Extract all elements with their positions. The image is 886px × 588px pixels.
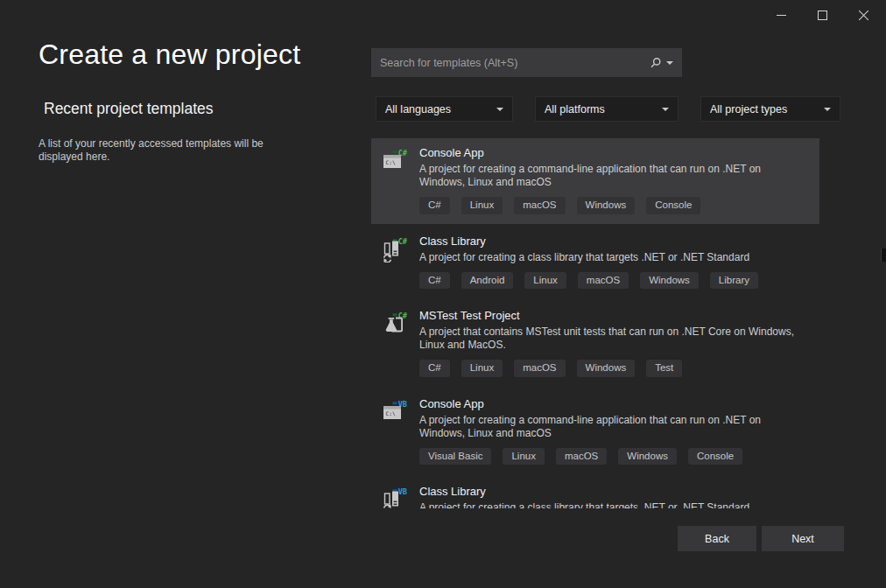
template-name: Class Library [419,234,758,248]
class-library-vb-icon: VB [382,486,408,508]
class-library-csharp-icon: C# [382,236,408,262]
platform-filter-dropdown[interactable]: All platforms [535,96,679,122]
page-title: Create a new project [39,38,300,71]
template-tag[interactable]: C# [419,272,450,290]
template-tag[interactable]: Windows [618,448,677,466]
template-tag[interactable]: macOS [556,448,607,466]
language-filter-dropdown[interactable]: All languages [376,96,513,122]
template-description: A project for creating a class library t… [419,251,758,264]
platform-filter-value: All platforms [545,103,605,116]
template-tag[interactable]: macOS [514,197,565,214]
close-button[interactable] [843,0,884,30]
template-tag[interactable]: Visual Basic [419,448,491,466]
close-icon [858,10,869,21]
console-app-vb-icon: VBC:\ [382,399,408,425]
titlebar-controls [761,0,884,30]
template-name: MSTest Test Project [419,309,809,322]
template-description: A project for creating a command-line ap… [419,163,809,189]
svg-text:C#: C# [398,236,408,245]
template-name: Console App [419,397,809,410]
template-list-item[interactable]: VBC:\ Console App A project for creating… [371,389,819,475]
template-tag[interactable]: C# [419,197,450,214]
template-body: Console App A project for creating a com… [419,146,809,214]
template-body: Class Library A project for creating a c… [419,485,800,508]
svg-text:C:\: C:\ [386,159,396,165]
template-tag[interactable]: macOS [578,272,629,290]
template-tag[interactable]: Windows [577,360,636,377]
create-new-project-dialog: Create a new project Recent project temp… [0,0,886,588]
search-input[interactable] [380,57,650,69]
template-description: A project that contains MSTest unit test… [419,326,809,352]
project-type-filter-dropdown[interactable]: All project types [700,96,840,122]
language-filter-value: All languages [385,103,451,116]
svg-text:VB: VB [398,487,407,496]
template-description: A project for creating a command-line ap… [419,414,809,440]
maximize-icon [818,10,827,20]
template-list-item[interactable]: C#C:\ Console App A project for creating… [371,138,819,224]
template-tag[interactable]: Linux [524,272,566,290]
next-button[interactable]: Next [762,526,844,551]
template-tag[interactable]: Windows [640,272,699,290]
template-tags: C#AndroidLinuxmacOSWindowsLibrary [419,272,758,290]
chevron-down-icon [662,108,669,111]
chevron-down-icon [496,108,503,111]
template-tags: C#LinuxmacOSWindowsTest [419,360,809,377]
minimize-button[interactable] [761,0,802,30]
project-type-filter-value: All project types [710,103,787,116]
template-body: MSTest Test Project A project that conta… [419,309,809,377]
maximize-button[interactable] [802,0,843,30]
search-box [371,48,682,77]
search-button[interactable] [650,57,673,69]
console-app-csharp-icon: C#C:\ [382,148,408,174]
scrollbar-thumb[interactable] [881,248,886,262]
template-name: Class Library [419,485,800,498]
back-button[interactable]: Back [678,526,756,551]
template-tag[interactable]: Android [461,272,514,290]
template-tag[interactable]: macOS [514,360,565,377]
template-body: Console App A project for creating a com… [419,397,809,466]
template-tag[interactable]: Windows [577,197,636,214]
template-tag[interactable]: Test [646,360,682,377]
template-tag[interactable]: C# [419,360,450,377]
template-list-item[interactable]: VB Class Library A project for creating … [371,477,819,508]
template-list: C#C:\ Console App A project for creating… [371,138,819,508]
recent-templates-heading: Recent project templates [44,100,214,118]
template-body: Class Library A project for creating a c… [419,234,758,290]
template-tags: C#LinuxmacOSWindowsConsole [419,197,809,214]
template-name: Console App [419,146,809,159]
template-tag[interactable]: Linux [503,448,545,466]
template-tag[interactable]: Console [688,448,742,466]
template-tag[interactable]: Linux [461,197,503,214]
recent-templates-description: A list of your recently accessed templat… [39,137,284,164]
template-list-item[interactable]: C# MSTest Test Project A project that co… [371,301,819,387]
minimize-icon [777,15,786,16]
svg-text:C:\: C:\ [386,410,396,416]
mstest-project-csharp-icon: C# [382,311,408,337]
template-tag[interactable]: Console [646,197,700,214]
template-tags: Visual BasicLinuxmacOSWindowsConsole [419,448,809,466]
template-list-scrollbar [881,138,886,508]
search-icon [650,57,662,69]
template-tag[interactable]: Linux [461,360,503,377]
search-options-caret-icon [666,61,673,65]
template-description: A project for creating a class library t… [419,501,800,508]
template-list-item[interactable]: C# Class Library A project for creating … [371,227,819,299]
template-tag[interactable]: Library [710,272,758,290]
chevron-down-icon [824,108,831,111]
